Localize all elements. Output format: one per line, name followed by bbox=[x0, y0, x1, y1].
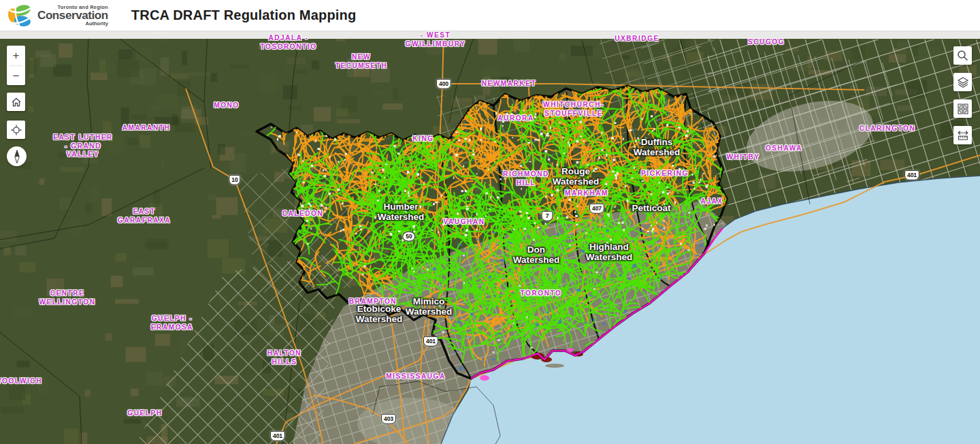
home-icon bbox=[11, 97, 22, 108]
zoom-control[interactable]: + − bbox=[7, 46, 25, 85]
logo-text-bottom: Authority bbox=[37, 21, 108, 27]
trca-logo-text: Toronto and Region Conservation Authorit… bbox=[37, 5, 108, 27]
compass-button[interactable] bbox=[7, 146, 27, 166]
compass-needle-icon bbox=[12, 150, 22, 163]
layers-icon bbox=[957, 76, 969, 89]
map-canvas[interactable] bbox=[0, 0, 980, 444]
app-header: Toronto and Region Conservation Authorit… bbox=[0, 0, 980, 31]
map-container[interactable]: ADJALA - TOSORONTIO- WEST GWILLIMBURYNEW… bbox=[0, 0, 980, 444]
measure-button[interactable] bbox=[953, 126, 972, 144]
home-button[interactable] bbox=[7, 93, 25, 111]
locate-icon bbox=[11, 125, 22, 136]
trca-logo: Toronto and Region Conservation Authorit… bbox=[6, 2, 108, 29]
measure-icon bbox=[957, 130, 969, 141]
layers-button[interactable] bbox=[953, 73, 972, 91]
trca-mapping-app: ADJALA - TOSORONTIO- WEST GWILLIMBURYNEW… bbox=[0, 0, 980, 444]
basemap-gallery-button[interactable] bbox=[953, 99, 972, 118]
locate-button[interactable] bbox=[7, 121, 25, 139]
zoom-in-button[interactable]: + bbox=[7, 46, 25, 65]
logo-text-main: Conservation bbox=[37, 10, 108, 21]
trca-logo-mark bbox=[6, 2, 35, 29]
search-button[interactable] bbox=[953, 46, 972, 65]
zoom-out-button[interactable]: − bbox=[7, 66, 25, 86]
basemap-gallery-icon bbox=[957, 103, 969, 115]
search-icon bbox=[957, 50, 968, 61]
page-title: TRCA DRAFT Regulation Mapping bbox=[131, 7, 357, 23]
